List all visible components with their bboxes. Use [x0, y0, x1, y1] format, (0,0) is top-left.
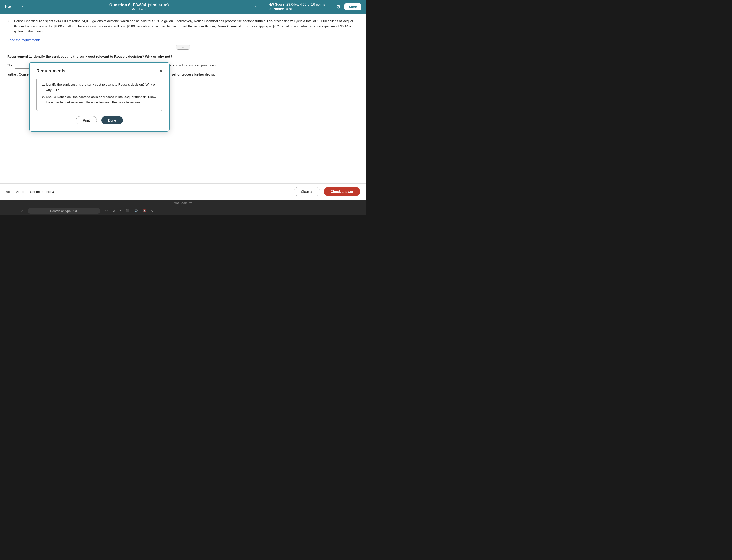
modal-close-button[interactable]: ✕	[159, 69, 162, 73]
video-link[interactable]: Video	[16, 190, 24, 194]
read-requirements-link[interactable]: Read the requirements.	[7, 38, 41, 42]
points-row: ○ Points: 0 of 3	[268, 7, 331, 11]
browser-camera-icon: ⬛	[126, 209, 129, 212]
requirement-item-1: Identify the sunk cost. Is the sunk cost…	[46, 82, 158, 92]
app-label: hw	[5, 4, 19, 9]
modal-body: Identify the sunk cost. Is the sunk cost…	[36, 78, 162, 111]
browser-mute-icon[interactable]: 🔇	[143, 209, 146, 212]
hw-score-value: 29.04%, 4.65 of 16 points	[287, 2, 325, 6]
main-content: ← Rouse Chemical has spent $244,000 to r…	[0, 14, 366, 183]
top-bar: hw ‹ Question 6, P8-60A (similar to) Par…	[0, 0, 366, 14]
browser-volume-icon[interactable]: 🔊	[134, 209, 138, 212]
browser-nav-left-icon[interactable]: ‹	[120, 209, 121, 212]
browser-forward-icon[interactable]: →	[13, 209, 16, 212]
modal-controls: − ✕	[154, 69, 162, 73]
question-title: Question 6, P8-60A (similar to)	[25, 3, 253, 8]
browser-back-icon[interactable]: ←	[5, 209, 8, 212]
bottom-bar: his Video Get more help ▲ Clear all Chec…	[0, 183, 366, 200]
ellipsis-button[interactable]: ···	[176, 45, 190, 50]
this-link[interactable]: his	[6, 190, 10, 194]
keyboard-area	[0, 215, 366, 235]
problem-text: Rouse Chemical has spent $244,000 to ref…	[14, 18, 359, 34]
browser-user-icon[interactable]: ⊙	[151, 209, 154, 212]
question-part: Part 1 of 3	[25, 8, 253, 11]
req-item-1-text: Identify the sunk cost. Is the sunk cost…	[46, 83, 156, 92]
clear-all-button[interactable]: Clear all	[294, 187, 320, 196]
bottom-right: Clear all Check answer	[294, 187, 360, 196]
browser-reload-icon[interactable]: ↺	[20, 209, 23, 212]
row1-pre: The	[7, 63, 13, 67]
circle-icon: ○	[268, 7, 271, 11]
done-button[interactable]: Done	[101, 116, 123, 124]
points-value: 0 of 3	[286, 7, 295, 11]
modal-footer: Print Done	[36, 116, 162, 124]
get-more-help-link[interactable]: Get more help ▲	[30, 190, 55, 194]
browser-add-icon[interactable]: ⊕	[113, 209, 115, 212]
check-answer-button[interactable]: Check answer	[324, 187, 360, 196]
modal-minimize-button[interactable]: −	[154, 69, 156, 73]
browser-search-bar[interactable]: Search or type URL	[28, 208, 100, 214]
nav-prev-button[interactable]: ‹	[19, 3, 25, 10]
back-arrow-icon[interactable]: ←	[7, 18, 12, 24]
modal-title: Requirements	[36, 68, 65, 73]
save-button[interactable]: Save	[345, 3, 361, 10]
question-info: Question 6, P8-60A (similar to) Part 1 o…	[25, 3, 253, 11]
score-section: HW Score: 29.04%, 4.65 of 16 points ○ Po…	[268, 2, 331, 11]
hw-score-label: HW Score:	[268, 2, 286, 6]
req-item-2-text: Should Rouse sell the acetone as is or p…	[46, 95, 156, 104]
browser-bar: ← → ↺ Search or type URL ☆ ⊕ ‹ ⬛ 🔊 🔇 ⊙	[0, 206, 366, 215]
row2-post: to the sell or process further decision.	[162, 73, 218, 76]
modal-header: Requirements − ✕	[36, 68, 162, 73]
browser-star-icon[interactable]: ☆	[105, 209, 108, 212]
macbook-label: MacBook Pro	[0, 200, 366, 206]
requirement-label: Requirement 1.	[7, 55, 32, 58]
requirements-modal: Requirements − ✕ Identify the sunk cost.…	[29, 62, 170, 132]
header-right: ⚙ Save	[336, 3, 361, 10]
requirement-text: Identify the sunk cost. Is the sunk cost…	[33, 55, 172, 58]
hw-score: HW Score: 29.04%, 4.65 of 16 points	[268, 2, 331, 6]
requirement-title: Requirement 1. Identify the sunk cost. I…	[7, 55, 359, 58]
nav-next-button[interactable]: ›	[253, 3, 259, 10]
gear-icon[interactable]: ⚙	[336, 4, 341, 10]
requirements-list: Identify the sunk cost. Is the sunk cost…	[41, 82, 158, 105]
requirement-item-2: Should Rouse sell the acetone as is or p…	[46, 94, 158, 105]
print-button[interactable]: Print	[76, 116, 97, 124]
points-label: Points:	[273, 7, 284, 11]
